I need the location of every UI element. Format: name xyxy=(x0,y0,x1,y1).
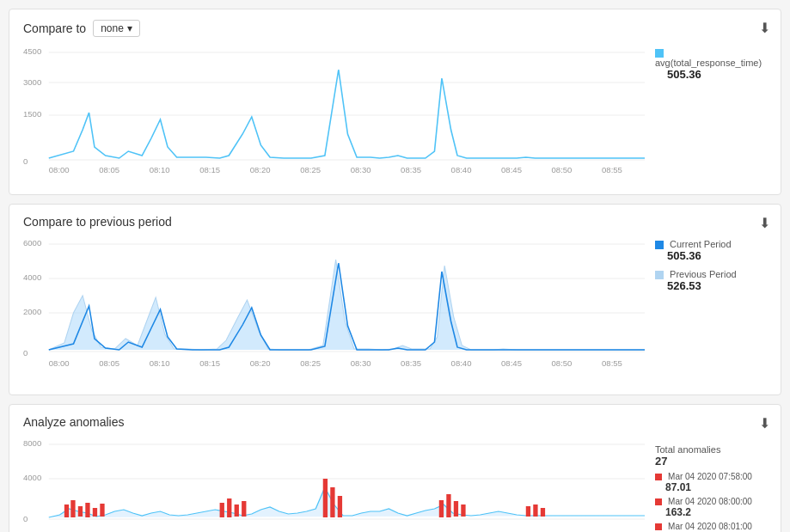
chevron-down-icon: ▾ xyxy=(127,22,132,34)
svg-text:08:25: 08:25 xyxy=(300,359,321,368)
svg-text:08:35: 08:35 xyxy=(401,359,421,368)
svg-text:08:15: 08:15 xyxy=(199,359,220,368)
svg-text:08:15: 08:15 xyxy=(199,166,220,174)
svg-rect-59 xyxy=(330,487,334,517)
panel-compare-to: Compare to none ▾ ⬇ 4500 3000 1500 0 xyxy=(9,9,781,195)
svg-text:08:30: 08:30 xyxy=(351,166,371,174)
svg-text:08:20: 08:20 xyxy=(250,359,271,368)
panel3-header: Analyze anomalies xyxy=(23,415,767,429)
svg-rect-56 xyxy=(235,504,239,517)
legend-current: Current Period 505.36 xyxy=(655,239,767,262)
legend-1: avg(total_response_time) 505.36 xyxy=(655,44,767,184)
legend-color-previous xyxy=(655,271,664,279)
svg-text:08:50: 08:50 xyxy=(552,359,573,368)
svg-text:08:00: 08:00 xyxy=(49,166,70,174)
download-button-3[interactable]: ⬇ xyxy=(759,415,770,431)
legend-2: Current Period 505.36 Previous Period 52… xyxy=(655,235,767,384)
svg-text:0: 0 xyxy=(23,515,28,523)
svg-text:0: 0 xyxy=(23,157,28,166)
svg-rect-49 xyxy=(70,500,75,517)
legend-3: Total anomalies 27 Mar 04 2020 07:58:00 … xyxy=(655,436,767,532)
svg-rect-55 xyxy=(227,498,231,517)
svg-text:08:25: 08:25 xyxy=(300,166,321,174)
svg-text:3000: 3000 xyxy=(23,78,41,87)
svg-text:08:10: 08:10 xyxy=(150,359,170,368)
svg-rect-50 xyxy=(78,506,83,517)
svg-rect-51 xyxy=(85,503,89,517)
svg-text:1500: 1500 xyxy=(23,110,41,119)
svg-text:08:05: 08:05 xyxy=(99,166,119,174)
svg-text:4500: 4500 xyxy=(23,47,41,56)
legend-previous: Previous Period 526.53 xyxy=(655,269,767,292)
compare-dropdown[interactable]: none ▾ xyxy=(93,20,140,37)
anomaly-list: Total anomalies 27 Mar 04 2020 07:58:00 … xyxy=(655,444,767,532)
panel-anomalies: Analyze anomalies ⬇ 8000 4000 0 -4000 xyxy=(9,404,781,532)
svg-rect-54 xyxy=(220,503,224,517)
compare-to-label: Compare to xyxy=(23,21,86,35)
svg-rect-66 xyxy=(533,504,537,517)
svg-text:08:55: 08:55 xyxy=(602,166,622,174)
svg-rect-61 xyxy=(439,500,444,517)
svg-text:2000: 2000 xyxy=(23,308,41,316)
svg-text:8000: 8000 xyxy=(23,439,41,448)
anomaly-item-0: Mar 04 2020 07:58:00 87.01 xyxy=(655,471,767,493)
svg-text:08:35: 08:35 xyxy=(401,166,421,174)
svg-text:0: 0 xyxy=(23,349,28,358)
anomaly-dot-2 xyxy=(655,523,662,530)
svg-rect-64 xyxy=(461,504,465,517)
anomaly-dot-0 xyxy=(655,474,662,480)
svg-text:08:40: 08:40 xyxy=(451,166,472,174)
svg-rect-58 xyxy=(323,479,328,517)
svg-text:08:00: 08:00 xyxy=(49,359,70,368)
svg-rect-67 xyxy=(541,508,545,517)
anomaly-item-1: Mar 04 2020 08:00:00 163.2 xyxy=(655,496,767,518)
chart-area-2: 6000 4000 2000 0 08:00 08:05 08:10 08:15… xyxy=(23,235,767,384)
legend-color-1 xyxy=(655,49,664,58)
svg-rect-53 xyxy=(100,504,104,517)
svg-text:08:10: 08:10 xyxy=(150,166,170,174)
download-button-1[interactable]: ⬇ xyxy=(759,20,770,36)
svg-rect-62 xyxy=(446,494,450,517)
chart-svg-2: 6000 4000 2000 0 08:00 08:05 08:10 08:15… xyxy=(23,235,645,384)
panel1-header: Compare to none ▾ xyxy=(23,20,767,37)
svg-text:08:20: 08:20 xyxy=(250,166,271,174)
svg-text:08:50: 08:50 xyxy=(552,166,573,174)
chart-area-3: 8000 4000 0 -4000 xyxy=(23,436,767,532)
svg-text:08:40: 08:40 xyxy=(451,359,472,368)
svg-text:08:05: 08:05 xyxy=(99,359,119,368)
svg-text:08:45: 08:45 xyxy=(501,166,522,174)
panel-compare-previous: Compare to previous period ⬇ 6000 4000 2… xyxy=(9,204,781,395)
chart-area-1: 4500 3000 1500 0 08:00 08:05 08:10 08:15… xyxy=(23,44,767,184)
anomaly-item-2: Mar 04 2020 08:01:00 386.12 xyxy=(655,521,767,532)
svg-text:08:30: 08:30 xyxy=(351,359,371,368)
svg-text:08:55: 08:55 xyxy=(602,359,622,368)
legend-color-current xyxy=(655,241,664,249)
legend-item-1: avg(total_response_time) 505.36 xyxy=(655,47,767,81)
svg-text:4000: 4000 xyxy=(23,474,41,482)
svg-text:6000: 6000 xyxy=(23,239,41,248)
download-button-2[interactable]: ⬇ xyxy=(759,215,770,231)
chart-svg-3: 8000 4000 0 -4000 xyxy=(23,436,645,532)
svg-text:4000: 4000 xyxy=(23,273,41,282)
svg-rect-60 xyxy=(338,496,342,517)
panel3-title: Analyze anomalies xyxy=(23,415,125,429)
svg-rect-48 xyxy=(64,504,69,517)
svg-text:08:45: 08:45 xyxy=(501,359,522,368)
anomaly-dot-1 xyxy=(655,498,662,505)
compare-control: Compare to none ▾ xyxy=(23,20,140,37)
svg-rect-63 xyxy=(454,501,458,517)
panel2-header: Compare to previous period xyxy=(23,215,767,229)
chart-svg-1: 4500 3000 1500 0 08:00 08:05 08:10 08:15… xyxy=(23,44,645,184)
svg-rect-52 xyxy=(93,508,97,517)
panel2-title: Compare to previous period xyxy=(23,215,172,229)
svg-rect-65 xyxy=(526,506,530,517)
svg-rect-57 xyxy=(242,501,246,517)
